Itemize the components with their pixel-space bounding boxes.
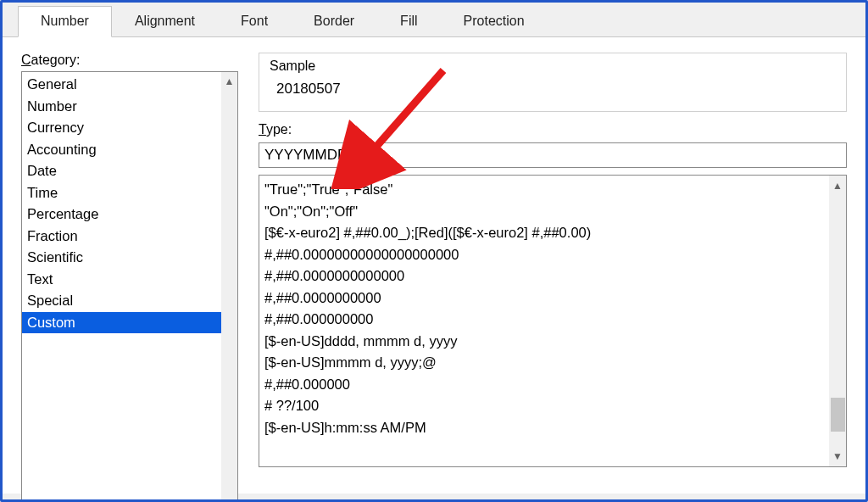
category-label: Category: bbox=[21, 53, 238, 68]
tab-protection[interactable]: Protection bbox=[441, 6, 548, 36]
formats-scrollbar[interactable]: ▲ ▼ bbox=[829, 176, 846, 466]
sample-value: 20180507 bbox=[270, 79, 837, 98]
format-item[interactable]: #,##0.0000000000 bbox=[264, 287, 826, 310]
format-item[interactable]: #,##0.00000000000000000000 bbox=[264, 244, 826, 266]
formats-listbox: "True";"True";"False""On";"On";"Off"[$€-… bbox=[259, 175, 847, 467]
scroll-down-icon: ▼ bbox=[832, 450, 843, 462]
format-details: Sample 20180507 Type: "True";"True";"Fal… bbox=[259, 53, 847, 494]
scrollbar-thumb[interactable] bbox=[831, 398, 845, 432]
category-item-currency[interactable]: Currency bbox=[22, 117, 221, 139]
format-item[interactable]: [$€-x-euro2] #,##0.00_);[Red]([$€-x-euro… bbox=[264, 222, 826, 244]
tab-fill[interactable]: Fill bbox=[377, 6, 440, 36]
format-cells-dialog: NumberAlignmentFontBorderFillProtection … bbox=[0, 0, 868, 502]
sample-box: Sample 20180507 bbox=[259, 53, 847, 112]
category-item-general[interactable]: General bbox=[22, 74, 221, 96]
format-item[interactable]: [$-en-US]h:mm:ss AM/PM bbox=[264, 417, 826, 439]
type-label: Type: bbox=[259, 122, 847, 137]
category-item-text[interactable]: Text bbox=[22, 269, 221, 291]
tab-alignment[interactable]: Alignment bbox=[112, 6, 218, 36]
tab-border[interactable]: Border bbox=[291, 6, 377, 36]
scroll-up-icon: ▲ bbox=[225, 75, 235, 87]
category-panel: Category: GeneralNumberCurrencyAccountin… bbox=[21, 53, 238, 494]
category-scrollbar[interactable]: ▲ bbox=[221, 72, 237, 502]
category-item-number[interactable]: Number bbox=[22, 96, 221, 118]
category-item-percentage[interactable]: Percentage bbox=[22, 204, 221, 226]
category-item-special[interactable]: Special bbox=[22, 290, 221, 312]
category-item-accounting[interactable]: Accounting bbox=[22, 139, 221, 161]
category-item-custom[interactable]: Custom bbox=[22, 312, 221, 334]
tab-number[interactable]: Number bbox=[18, 6, 112, 37]
scroll-up-icon: ▲ bbox=[832, 180, 843, 192]
format-item[interactable]: #,##0.0000000000000 bbox=[264, 265, 826, 287]
content-area: Category: GeneralNumberCurrencyAccountin… bbox=[3, 37, 865, 494]
format-item[interactable]: [$-en-US]mmmm d, yyyy;@ bbox=[264, 352, 826, 374]
format-item[interactable]: #,##0.000000000 bbox=[264, 309, 826, 331]
tab-strip: NumberAlignmentFontBorderFillProtection bbox=[3, 6, 865, 37]
category-item-date[interactable]: Date bbox=[22, 160, 221, 182]
format-item[interactable]: # ??/100 bbox=[264, 395, 826, 417]
category-item-scientific[interactable]: Scientific bbox=[22, 247, 221, 269]
type-input[interactable] bbox=[259, 142, 847, 168]
format-item[interactable]: "On";"On";"Off" bbox=[264, 201, 826, 223]
format-item[interactable]: "True";"True";"False" bbox=[264, 179, 826, 201]
format-item[interactable]: #,##0.000000 bbox=[264, 374, 826, 396]
category-item-fraction[interactable]: Fraction bbox=[22, 226, 221, 248]
category-item-time[interactable]: Time bbox=[22, 182, 221, 204]
tab-font[interactable]: Font bbox=[218, 6, 291, 36]
sample-title: Sample bbox=[270, 59, 837, 74]
category-listbox: GeneralNumberCurrencyAccountingDateTimeP… bbox=[21, 71, 238, 502]
format-item[interactable]: [$-en-US]dddd, mmmm d, yyyy bbox=[264, 331, 826, 353]
